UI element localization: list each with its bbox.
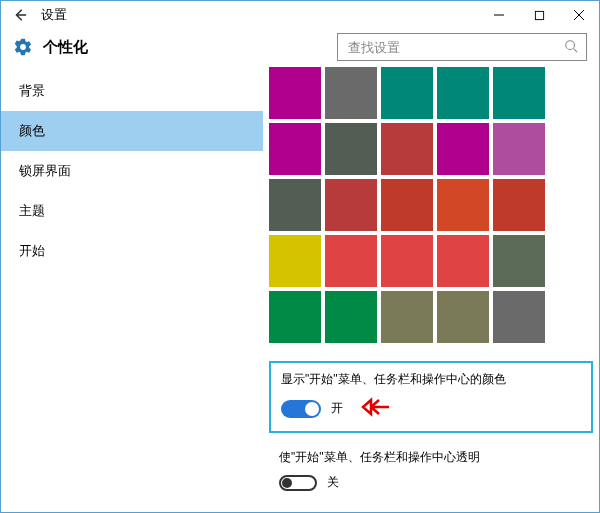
window-title: 设置 xyxy=(41,6,67,24)
color-swatch-19[interactable] xyxy=(493,235,545,287)
page-title: 个性化 xyxy=(43,38,88,57)
sidebar-item-label: 开始 xyxy=(19,242,45,260)
show-color-toggle[interactable] xyxy=(281,400,321,418)
header: 个性化 xyxy=(1,29,599,65)
color-swatch-24[interactable] xyxy=(493,291,545,343)
sidebar-item-0[interactable]: 背景 xyxy=(1,71,263,111)
transparent-toggle-state: 关 xyxy=(327,474,339,491)
back-button[interactable] xyxy=(9,4,31,26)
sidebar-item-label: 颜色 xyxy=(19,122,45,140)
color-swatch-12[interactable] xyxy=(381,179,433,231)
color-swatch-13[interactable] xyxy=(437,179,489,231)
sidebar-item-3[interactable]: 主题 xyxy=(1,191,263,231)
svg-line-6 xyxy=(574,48,578,52)
svg-rect-2 xyxy=(535,11,543,19)
maximize-icon xyxy=(534,10,545,21)
color-swatch-23[interactable] xyxy=(437,291,489,343)
show-color-toggle-state: 开 xyxy=(331,400,343,417)
gear-icon xyxy=(13,37,33,57)
sidebar-item-1[interactable]: 颜色 xyxy=(1,111,263,151)
transparent-setting: 使"开始"菜单、任务栏和操作中心透明 关 xyxy=(269,449,593,491)
color-swatch-4[interactable] xyxy=(493,67,545,119)
titlebar: 设置 xyxy=(1,1,599,29)
back-arrow-icon xyxy=(13,8,27,22)
search-icon xyxy=(564,39,578,56)
color-grid xyxy=(269,67,593,343)
content-pane: 显示"开始"菜单、任务栏和操作中心的颜色 开 使"开始"菜单、任务栏和操作中心透… xyxy=(263,65,599,512)
body: 背景颜色锁屏界面主题开始 显示"开始"菜单、任务栏和操作中心的颜色 开 使"开始… xyxy=(1,65,599,512)
show-color-setting-label: 显示"开始"菜单、任务栏和操作中心的颜色 xyxy=(281,371,581,388)
color-swatch-0[interactable] xyxy=(269,67,321,119)
highlight-box: 显示"开始"菜单、任务栏和操作中心的颜色 开 xyxy=(269,361,593,433)
color-swatch-11[interactable] xyxy=(325,179,377,231)
color-swatch-10[interactable] xyxy=(269,179,321,231)
color-swatch-9[interactable] xyxy=(493,123,545,175)
sidebar-item-4[interactable]: 开始 xyxy=(1,231,263,271)
maximize-button[interactable] xyxy=(519,1,559,29)
sidebar-item-2[interactable]: 锁屏界面 xyxy=(1,151,263,191)
color-swatch-5[interactable] xyxy=(269,123,321,175)
color-swatch-21[interactable] xyxy=(325,291,377,343)
color-swatch-16[interactable] xyxy=(325,235,377,287)
transparent-setting-label: 使"开始"菜单、任务栏和操作中心透明 xyxy=(279,449,593,466)
minimize-button[interactable] xyxy=(479,1,519,29)
search-box[interactable] xyxy=(337,33,587,61)
search-input[interactable] xyxy=(346,39,564,56)
color-swatch-6[interactable] xyxy=(325,123,377,175)
color-swatch-7[interactable] xyxy=(381,123,433,175)
settings-window: 设置 个性化 背景颜色锁屏界面主题开始 显示"开始 xyxy=(0,0,600,513)
transparent-toggle-row: 关 xyxy=(279,474,593,491)
color-swatch-18[interactable] xyxy=(437,235,489,287)
color-swatch-15[interactable] xyxy=(269,235,321,287)
color-swatch-3[interactable] xyxy=(437,67,489,119)
color-swatch-8[interactable] xyxy=(437,123,489,175)
color-swatch-22[interactable] xyxy=(381,291,433,343)
color-swatch-20[interactable] xyxy=(269,291,321,343)
svg-point-5 xyxy=(566,40,575,49)
close-icon xyxy=(573,9,585,21)
sidebar-item-label: 主题 xyxy=(19,202,45,220)
color-swatch-17[interactable] xyxy=(381,235,433,287)
transparent-toggle[interactable] xyxy=(279,475,317,491)
close-button[interactable] xyxy=(559,1,599,29)
show-color-toggle-row: 开 xyxy=(281,396,581,421)
minimize-icon xyxy=(493,9,505,21)
color-swatch-1[interactable] xyxy=(325,67,377,119)
sidebar-item-label: 背景 xyxy=(19,82,45,100)
sidebar-item-label: 锁屏界面 xyxy=(19,162,71,180)
color-swatch-14[interactable] xyxy=(493,179,545,231)
annotation-arrow-icon xyxy=(359,396,391,421)
color-swatch-2[interactable] xyxy=(381,67,433,119)
sidebar: 背景颜色锁屏界面主题开始 xyxy=(1,65,263,512)
